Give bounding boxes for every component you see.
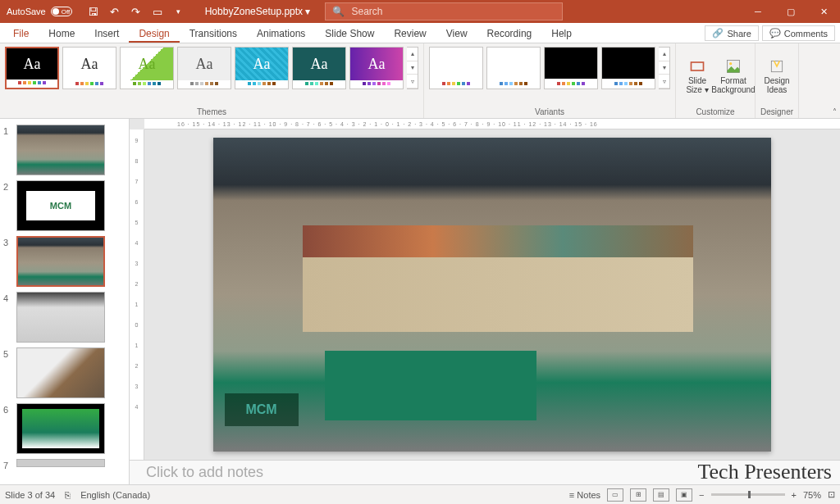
toggle-switch[interactable]: Off — [51, 7, 72, 16]
slide-size-button[interactable]: Slide Size ▾ — [681, 47, 714, 106]
theme-thumb-7[interactable]: Aa — [349, 47, 404, 89]
slide-thumb-7[interactable] — [16, 459, 105, 467]
slide-canvas-area[interactable]: MCM — [144, 129, 840, 460]
autosave-toggle[interactable]: AutoSave Off — [0, 7, 79, 16]
theme-thumb-2[interactable]: Aa — [62, 47, 116, 89]
search-placeholder: Search — [351, 6, 382, 17]
reading-view-button[interactable]: ▤ — [653, 488, 669, 502]
format-background-button[interactable]: Format Background — [717, 47, 750, 106]
slide-panel[interactable]: 1 2MCM 3 4 5 6 7 — [0, 119, 130, 484]
variant-thumb-1[interactable] — [429, 47, 483, 89]
theme-thumb-3[interactable]: Aa — [120, 47, 174, 89]
tab-file[interactable]: File — [3, 24, 39, 43]
slide-number: 1 — [3, 125, 13, 175]
search-box[interactable]: 🔍 Search — [325, 2, 563, 20]
variant-thumb-3[interactable] — [544, 47, 598, 89]
themes-group-label: Themes — [5, 107, 418, 116]
undo-icon[interactable]: ↶ — [105, 2, 125, 21]
tab-design[interactable]: Design — [129, 24, 179, 43]
slide-thumb-6[interactable] — [16, 403, 105, 454]
quick-access-toolbar: 🖫 ↶ ↷ ▭ ▾ — [84, 2, 189, 21]
tab-insert[interactable]: Insert — [84, 24, 129, 43]
qat-more-icon[interactable]: ▾ — [169, 2, 189, 21]
customize-group-label: Customize — [681, 107, 750, 116]
slide-number: 4 — [3, 292, 13, 343]
tab-transitions[interactable]: Transitions — [180, 24, 247, 43]
comments-button[interactable]: 💬Comments — [762, 25, 835, 41]
slide-thumb-3[interactable] — [16, 236, 105, 287]
autosave-label: AutoSave — [7, 7, 46, 16]
tab-recording[interactable]: Recording — [477, 24, 542, 43]
ribbon-tabs: File Home Insert Design Transitions Anim… — [0, 23, 840, 43]
notes-toggle[interactable]: ≡ Notes — [569, 490, 600, 500]
horizontal-ruler[interactable]: 16 · 15 · 14 · 13 · 12 · 11 · 10 · 9 · 8… — [144, 119, 840, 129]
title-bar: AutoSave Off 🖫 ↶ ↷ ▭ ▾ HobbyZoneSetup.pp… — [0, 0, 840, 23]
accessibility-icon[interactable]: ⎘ — [65, 490, 71, 500]
share-icon: 🔗 — [712, 28, 724, 39]
variant-thumb-4[interactable] — [601, 47, 655, 89]
variants-more-button[interactable]: ▴▾▿ — [659, 47, 670, 89]
tab-review[interactable]: Review — [384, 24, 436, 43]
designer-group-label: Designer — [760, 107, 793, 116]
main-area: 1 2MCM 3 4 5 6 7 16 · 15 · 14 · 13 · 12 … — [0, 119, 840, 484]
tab-slideshow[interactable]: Slide Show — [315, 24, 384, 43]
slide-number: 5 — [3, 347, 13, 398]
notes-placeholder: Click to add notes — [146, 464, 263, 481]
themes-more-button[interactable]: ▴▾▿ — [407, 47, 418, 89]
slide-thumb-4[interactable] — [16, 292, 105, 343]
editor-area: 16 · 15 · 14 · 13 · 12 · 11 · 10 · 9 · 8… — [130, 119, 840, 484]
zoom-out-button[interactable]: − — [699, 490, 704, 500]
slide-thumb-2[interactable]: MCM — [16, 180, 105, 231]
theme-thumb-1[interactable]: Aa — [5, 47, 59, 89]
share-button[interactable]: 🔗Share — [705, 25, 758, 41]
tab-animations[interactable]: Animations — [247, 24, 315, 43]
tab-view[interactable]: View — [436, 24, 477, 43]
photo-logo: MCM — [225, 393, 299, 426]
tab-home[interactable]: Home — [39, 24, 84, 43]
slide-thumb-5[interactable] — [16, 347, 105, 398]
variants-group-label: Variants — [429, 107, 670, 116]
vertical-ruler[interactable]: 98765432101234 — [130, 129, 144, 460]
slide-number: 2 — [3, 180, 13, 231]
variants-gallery: ▴▾▿ — [429, 47, 670, 106]
comments-icon: 💬 — [769, 28, 781, 39]
search-icon: 🔍 — [332, 6, 345, 17]
slide-canvas[interactable]: MCM — [213, 138, 771, 452]
ribbon: Aa Aa Aa Aa Aa Aa Aa ▴▾▿ Themes ▴▾▿ Vari… — [0, 43, 840, 119]
save-icon[interactable]: 🖫 — [84, 2, 103, 21]
status-bar: Slide 3 of 34 ⎘ English (Canada) ≡ Notes… — [0, 484, 840, 504]
svg-point-2 — [729, 62, 732, 65]
watermark-text: Tech Presenters — [697, 460, 832, 484]
zoom-level[interactable]: 75% — [803, 490, 821, 500]
slide-number: 3 — [3, 236, 13, 287]
slide-counter[interactable]: Slide 3 of 34 — [5, 490, 55, 500]
variant-thumb-2[interactable] — [486, 47, 541, 89]
theme-thumb-5[interactable]: Aa — [235, 47, 289, 89]
maximize-button[interactable]: ▢ — [774, 0, 807, 23]
svg-rect-0 — [692, 62, 704, 70]
fit-to-window-button[interactable]: ⊡ — [828, 489, 835, 500]
slide-thumb-1[interactable] — [16, 125, 105, 175]
zoom-in-button[interactable]: + — [792, 490, 797, 500]
slide-number: 7 — [3, 459, 13, 470]
language-status[interactable]: English (Canada) — [80, 490, 150, 500]
minimize-button[interactable]: ─ — [742, 0, 774, 23]
design-ideas-button[interactable]: Design Ideas — [760, 47, 793, 106]
slide-photo: MCM — [213, 138, 771, 452]
redo-icon[interactable]: ↷ — [126, 2, 146, 21]
tab-help[interactable]: Help — [541, 24, 582, 43]
notes-pane[interactable]: Click to add notes Tech Presenters — [130, 460, 840, 484]
slideshow-view-button[interactable]: ▣ — [676, 488, 692, 502]
slideshow-icon[interactable]: ▭ — [148, 2, 167, 21]
document-title[interactable]: HobbyZoneSetup.pptx ▾ — [205, 6, 311, 17]
collapse-ribbon-icon[interactable]: ˄ — [833, 107, 837, 116]
zoom-slider[interactable] — [711, 493, 785, 496]
close-button[interactable]: ✕ — [807, 0, 840, 23]
slide-number: 6 — [3, 403, 13, 454]
normal-view-button[interactable]: ▭ — [607, 488, 623, 502]
sorter-view-button[interactable]: ⊞ — [630, 488, 646, 502]
themes-gallery: Aa Aa Aa Aa Aa Aa Aa ▴▾▿ — [5, 47, 418, 106]
theme-thumb-4[interactable]: Aa — [177, 47, 231, 89]
theme-thumb-6[interactable]: Aa — [292, 47, 346, 89]
